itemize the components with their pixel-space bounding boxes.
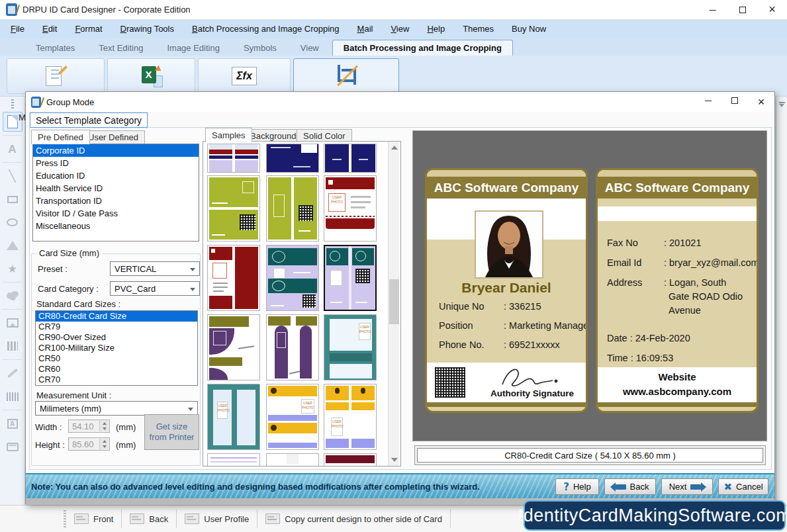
template-thumbnail[interactable] — [324, 453, 377, 466]
dialog-minimize-button[interactable]: ─ — [695, 95, 721, 109]
cancel-button[interactable]: ✖ Cancel — [718, 478, 768, 495]
size-item[interactable]: CR90-Over Sized — [36, 332, 197, 343]
barcode-tool[interactable] — [3, 386, 23, 406]
template-thumbnail[interactable] — [207, 453, 260, 466]
category-item[interactable]: Education ID — [33, 169, 199, 182]
address-value-line: Gate ROAD Odio — [669, 291, 743, 302]
tab-image-editing[interactable]: Image Editing — [156, 40, 230, 56]
template-thumbnail[interactable] — [207, 144, 260, 173]
tab-batch-processing[interactable]: Batch Processing and Image Cropping — [332, 40, 513, 56]
triangle-tool[interactable] — [3, 236, 23, 255]
height-stepper[interactable]: 85.60 — [68, 437, 110, 451]
right-collapsed-panel[interactable] — [776, 97, 787, 505]
close-button[interactable]: × — [757, 0, 787, 19]
category-item[interactable]: Press ID — [33, 157, 199, 169]
next-button[interactable]: Next — [661, 478, 713, 495]
form-editor-button[interactable] — [7, 58, 105, 94]
category-item[interactable]: Miscellaneous — [33, 220, 199, 232]
card-design-tool[interactable] — [3, 437, 23, 457]
excel-import-button[interactable]: X — [107, 58, 195, 94]
size-item[interactable]: CR79 — [36, 322, 197, 332]
template-thumbnail[interactable] — [324, 144, 377, 173]
menu-batch-processing[interactable]: Batch Processing and Image Cropping — [192, 24, 340, 34]
minimize-button[interactable]: ─ — [698, 0, 727, 19]
category-item[interactable]: Transportation ID — [33, 195, 199, 207]
scroll-down-icon[interactable] — [391, 458, 398, 462]
tab-user-defined[interactable]: User Defined — [81, 130, 145, 144]
category-item[interactable]: Corporate ID — [33, 144, 199, 157]
image-tool[interactable] — [3, 313, 23, 333]
line-tool[interactable]: ╲ — [3, 166, 23, 186]
signature-tool[interactable] — [3, 363, 23, 383]
template-thumbnail[interactable] — [266, 314, 319, 380]
tab-templates[interactable]: Templates — [25, 40, 85, 56]
scrollbar-thumb[interactable] — [389, 279, 399, 324]
stepper-arrows-icon[interactable] — [99, 421, 109, 431]
menu-edit[interactable]: Edit — [42, 24, 57, 34]
menu-format[interactable]: Format — [75, 24, 102, 34]
dialog-maximize-button[interactable] — [721, 95, 748, 109]
copy-design-button[interactable]: Copy current design to other side of Car… — [257, 506, 450, 532]
tab-samples[interactable]: Samples — [205, 128, 252, 142]
get-size-from-printer-button[interactable]: Get size from Printer — [144, 414, 199, 450]
template-thumbnail[interactable]: USER PHOTO — [207, 384, 260, 450]
preset-select[interactable]: VERTICAL — [110, 261, 200, 276]
card-category-select[interactable]: PVC_Card — [110, 281, 200, 296]
size-item[interactable]: CR60 — [36, 364, 197, 375]
toolbar-drag-handle[interactable] — [11, 99, 14, 109]
size-item[interactable]: CR50 — [36, 353, 197, 364]
library-tool[interactable] — [3, 336, 23, 356]
menu-buy-now[interactable]: Buy Now — [512, 24, 546, 34]
freeform-tool[interactable] — [3, 286, 23, 306]
template-thumbnail[interactable] — [207, 245, 260, 311]
star-tool[interactable]: ★ — [3, 259, 23, 279]
menu-help[interactable]: Help — [427, 24, 445, 34]
back-side-button[interactable]: Back — [122, 506, 176, 532]
template-thumbnail[interactable]: USER PHOTO — [324, 384, 377, 450]
template-thumbnail[interactable] — [266, 453, 319, 466]
stepper-arrows-icon[interactable] — [99, 439, 109, 449]
watermark-tool[interactable]: A — [3, 414, 23, 433]
template-thumbnail[interactable]: USER PHOTO — [324, 175, 377, 242]
user-profile-button[interactable]: User Profile — [177, 506, 257, 532]
size-item[interactable]: CR80-Credit Card Size — [36, 311, 197, 322]
category-item[interactable]: Health Service ID — [33, 182, 199, 195]
grid-scrollbar[interactable] — [388, 142, 399, 466]
template-thumbnail[interactable] — [207, 314, 260, 380]
template-thumbnail[interactable]: USER PHOTO — [266, 384, 319, 450]
tab-symbols[interactable]: Symbols — [233, 40, 287, 56]
template-thumbnail-selected[interactable] — [324, 245, 377, 311]
ellipse-tool[interactable] — [3, 212, 23, 232]
field-value: : 336215 — [504, 301, 541, 312]
tab-view[interactable]: View — [290, 40, 330, 56]
formula-button[interactable]: Σfx — [198, 58, 291, 94]
menu-file[interactable]: File — [11, 24, 24, 34]
tab-pre-defined[interactable]: Pre Defined — [31, 130, 90, 144]
maximize-button[interactable] — [727, 0, 757, 19]
front-side-button[interactable]: Front — [66, 506, 121, 532]
width-stepper[interactable]: 54.10 — [68, 420, 110, 433]
size-item[interactable]: CR70 — [36, 375, 197, 385]
template-thumbnail[interactable] — [266, 245, 319, 311]
menu-drawing-tools[interactable]: Drawing Tools — [120, 24, 174, 34]
template-thumbnail[interactable] — [207, 175, 260, 242]
size-item[interactable]: CR100-Military Size — [36, 343, 197, 353]
address-value-line: : Logan, South — [664, 277, 726, 288]
template-thumbnail[interactable] — [266, 144, 319, 173]
template-thumbnail[interactable]: USER PHOTO — [324, 314, 377, 380]
text-tool[interactable]: A — [3, 139, 23, 159]
tab-solid-color[interactable]: Solid Color — [297, 129, 352, 142]
menu-themes[interactable]: Themes — [463, 24, 494, 34]
help-button[interactable]: ? Help — [555, 478, 599, 495]
template-thumbnail[interactable] — [266, 175, 319, 242]
menu-mail[interactable]: Mail — [357, 24, 373, 34]
rectangle-tool[interactable] — [3, 189, 23, 209]
menu-view[interactable]: View — [391, 24, 409, 34]
measurement-unit-select[interactable]: Milimeters (mm) — [35, 401, 198, 416]
back-button[interactable]: Back — [604, 478, 656, 495]
crop-button[interactable] — [293, 58, 399, 94]
dialog-close-button[interactable]: × — [748, 95, 774, 109]
category-item[interactable]: Visitor ID / Gate Pass — [33, 207, 199, 220]
tab-text-editing[interactable]: Text Editing — [88, 40, 154, 56]
scroll-up-icon[interactable] — [391, 146, 398, 150]
